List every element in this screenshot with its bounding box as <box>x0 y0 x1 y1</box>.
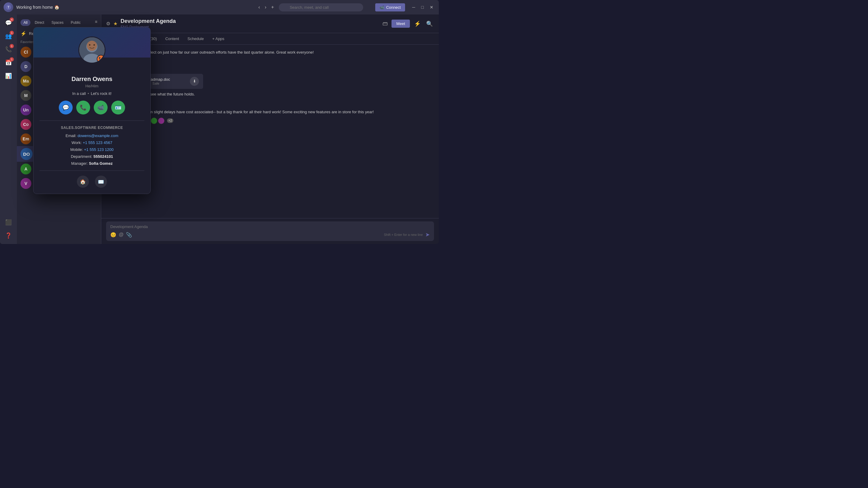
card-name: Darren Owens <box>39 76 144 83</box>
seen-row-3: Seen by +2 <box>106 116 434 125</box>
settings-icon[interactable]: ⚙ <box>106 21 110 27</box>
send-button[interactable]: ➤ <box>425 231 430 238</box>
bolt-icon: ⚡ <box>21 31 27 36</box>
contact-avatar-c9: A <box>21 164 31 174</box>
card-profile-button[interactable]: 🏠 <box>77 175 89 188</box>
contact-avatar-c1: Cl <box>21 47 31 58</box>
message-reactions-2: d <box>119 99 434 104</box>
card-status-extra: Let's rock it! <box>91 91 112 96</box>
minimize-button[interactable]: ─ <box>410 4 417 10</box>
sidebar-item-chat[interactable]: 💬 4 <box>2 17 14 29</box>
contact-avatar-c8: DO <box>21 148 33 160</box>
card-org: SALES.SOFTWARE ECOMMERCE <box>39 126 144 130</box>
card-call-button[interactable]: 📞 <box>76 101 90 115</box>
app-avatar: T <box>4 2 13 12</box>
profile-card-overlay: 📞 Darren Owens He/Him In a call • Let's … <box>33 27 151 194</box>
sidebar-item-apps[interactable]: ⬛ <box>2 216 14 228</box>
chat-header: ⚙ ★ Development Agenda ENG Deployment 🗃 … <box>101 14 439 33</box>
emoji-icon[interactable]: 😊 <box>110 232 116 238</box>
save-icon-button[interactable]: 🗃 <box>381 19 389 28</box>
input-hint: Shift + Enter for a new line <box>384 233 423 236</box>
message-text-1: ...all take a moment to reflect on just … <box>106 50 434 56</box>
people-badge: 1 <box>10 31 14 35</box>
card-work-phone-detail: Work: +1 555 123 4567 <box>39 140 144 145</box>
card-vcard-button[interactable]: 🪪 <box>111 101 125 115</box>
tab-schedule[interactable]: Schedule <box>183 33 208 44</box>
nav-back-button[interactable]: ‹ <box>256 3 261 11</box>
tab-apps[interactable]: + Apps <box>208 33 228 44</box>
more-options-icon-button[interactable]: ⚡ <box>413 19 422 28</box>
svg-point-5 <box>87 41 97 51</box>
chat-tabs: Messages People (30) Content Schedule + … <box>101 33 439 44</box>
sidebar-icons: 💬 4 👥 1 📞 1 📅 1 📊 ⬛ <box>0 14 17 244</box>
sidebar-item-analytics[interactable]: 📊 <box>2 70 14 82</box>
contact-avatar-c6: Co <box>21 119 31 130</box>
message-text-2: ...at. Can't wait to see what the future… <box>119 91 434 97</box>
seen-avatar-6 <box>158 118 164 124</box>
filter-tab-direct[interactable]: Direct <box>32 19 47 26</box>
card-status: In a call • Let's rock it! <box>39 91 144 96</box>
connect-label: Connect <box>386 5 401 10</box>
card-email-detail: Email: dowens@example.com <box>39 133 144 138</box>
download-button-2[interactable]: ⬇ <box>190 77 199 86</box>
status-separator: • <box>88 91 89 96</box>
maximize-button[interactable]: □ <box>420 4 426 10</box>
chat-badge: 4 <box>10 18 14 22</box>
card-status-text: In a call <box>72 91 86 96</box>
search-input[interactable] <box>279 3 363 11</box>
message-text-3: ...ight schedules, and even slight delay… <box>106 109 434 115</box>
contact-avatar-c10: V <box>21 178 31 189</box>
filter-tab-spaces[interactable]: Spaces <box>49 19 67 26</box>
card-chat-button[interactable]: 💬 <box>59 101 73 115</box>
connect-icon: 📹 <box>379 5 384 10</box>
analytics-icon: 📊 <box>5 73 12 79</box>
at-mention-icon[interactable]: @ <box>119 232 124 237</box>
title-nav: ‹ › + <box>256 3 276 11</box>
card-manager-detail: Manager: Sofia Gomez <box>39 161 144 166</box>
svg-point-7 <box>93 44 95 46</box>
left-panel-header: All Direct Spaces Public ≡ <box>17 14 101 28</box>
input-box: 😊 @ 📎 Shift + Enter for a new line ➤ <box>106 221 434 241</box>
sidebar-item-calendar[interactable]: 📅 1 <box>2 57 14 69</box>
card-banner: 📞 <box>33 27 150 58</box>
card-divider <box>39 121 144 121</box>
star-icon[interactable]: ★ <box>113 21 118 27</box>
close-button[interactable]: ✕ <box>428 4 435 10</box>
sidebar-item-calls[interactable]: 📞 1 <box>2 43 14 56</box>
window-controls: ─ □ ✕ <box>410 4 435 10</box>
message-meta-2: Smith 8:28 AM <box>119 67 434 72</box>
card-mobile-phone-detail: Mobile: +1 555 123 1200 <box>39 147 144 152</box>
filter-tab-all[interactable]: All <box>21 19 30 26</box>
card-department: 555024101 <box>93 154 113 159</box>
message-content-3: ...ight schedules, and even slight delay… <box>106 109 434 115</box>
calls-badge: 1 <box>10 44 14 48</box>
meet-button[interactable]: Meet <box>392 20 410 28</box>
apps-icon: ⬛ <box>5 219 12 226</box>
sidebar-item-people[interactable]: 👥 1 <box>2 30 14 42</box>
nav-forward-button[interactable]: › <box>263 3 268 11</box>
card-department-detail: Department: 555024101 <box>39 154 144 159</box>
message-input[interactable] <box>110 224 430 229</box>
card-email-button[interactable]: ✉️ <box>95 175 107 188</box>
card-video-button[interactable]: 📹 <box>94 101 107 115</box>
card-manager: Sofia Gomez <box>89 161 113 166</box>
seen-avatar-5 <box>151 118 157 124</box>
connect-button[interactable]: 📹 Connect <box>375 3 405 11</box>
card-work-phone[interactable]: +1 555 123 4567 <box>83 140 113 145</box>
nav-add-button[interactable]: + <box>270 3 276 11</box>
card-mobile-phone[interactable]: +1 555 123 1200 <box>84 147 114 152</box>
attach-icon[interactable]: 📎 <box>126 232 132 238</box>
message-content-1: ...all take a moment to reflect on just … <box>106 50 434 63</box>
filter-tab-public[interactable]: Public <box>68 19 84 26</box>
card-actions: 💬 📞 📹 🪪 <box>39 101 144 115</box>
filter-menu-icon[interactable]: ≡ <box>95 19 97 26</box>
messages-area: ...all take a moment to reflect on just … <box>101 44 439 218</box>
tab-content[interactable]: Content <box>161 33 183 44</box>
filter-tabs: All Direct Spaces Public ≡ <box>21 17 97 26</box>
window-title: Working from home 🏠 <box>16 5 59 10</box>
svg-text:T: T <box>7 5 10 9</box>
card-pronouns: He/Him <box>39 84 144 88</box>
search-messages-icon-button[interactable]: 🔍 <box>425 19 434 28</box>
card-email-link[interactable]: dowens@example.com <box>78 133 118 138</box>
sidebar-item-help[interactable]: ❓ <box>2 230 14 241</box>
